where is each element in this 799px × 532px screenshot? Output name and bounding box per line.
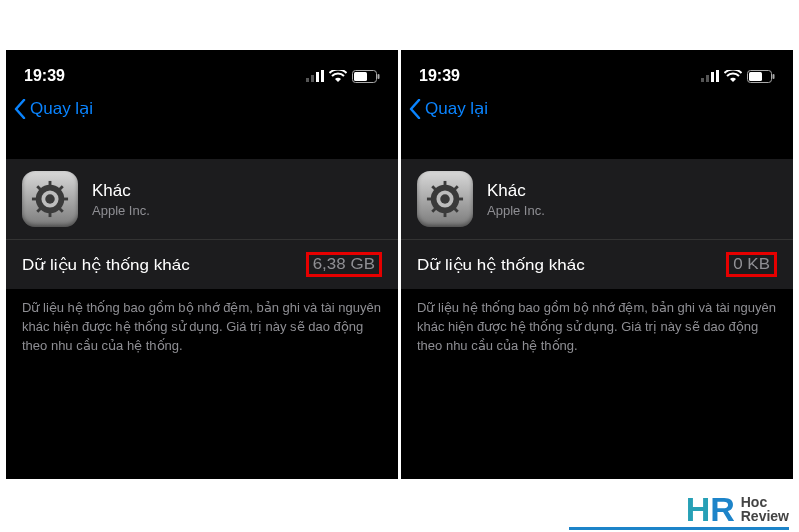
svg-rect-29	[457, 198, 463, 201]
system-data-label: Dữ liệu hệ thống khác	[417, 255, 585, 275]
app-header: Khác Apple Inc.	[401, 159, 793, 239]
watermark-underline	[569, 527, 789, 530]
svg-rect-6	[378, 74, 380, 79]
system-data-description: Dữ liệu hệ thống bao gồm bộ nhớ đệm, bản…	[6, 289, 398, 356]
cellular-signal-icon	[306, 70, 324, 82]
app-info: Khác Apple Inc.	[487, 181, 545, 218]
system-data-row[interactable]: Dữ liệu hệ thống khác 6,38 GB	[6, 239, 398, 289]
wifi-icon	[329, 70, 347, 82]
settings-app-icon	[417, 171, 473, 227]
svg-rect-0	[306, 78, 309, 82]
gear-icon	[426, 180, 464, 218]
back-button[interactable]: Quay lại	[6, 90, 398, 129]
cellular-signal-icon	[701, 70, 719, 82]
section-gap	[401, 129, 793, 159]
svg-rect-1	[311, 75, 314, 82]
chevron-left-icon	[14, 99, 26, 119]
status-icons	[701, 70, 775, 83]
wifi-icon	[724, 70, 742, 82]
status-time: 19:39	[24, 67, 65, 85]
comparison-frame: 19:39 Quay lại	[0, 0, 799, 532]
app-vendor: Apple Inc.	[487, 203, 545, 218]
phone-right: 19:39 Quay lại	[401, 50, 793, 479]
svg-rect-10	[32, 198, 38, 201]
back-label: Quay lại	[30, 98, 93, 119]
watermark-logo: HR Hoc Review	[686, 492, 789, 526]
app-info: Khác Apple Inc.	[92, 181, 150, 218]
app-vendor: Apple Inc.	[92, 203, 150, 218]
svg-rect-24	[773, 74, 775, 79]
back-label: Quay lại	[425, 98, 488, 119]
svg-rect-21	[716, 70, 719, 82]
svg-point-17	[45, 194, 55, 204]
system-data-value: 0 KB	[726, 252, 777, 277]
svg-rect-5	[354, 72, 367, 81]
settings-app-icon	[22, 171, 78, 227]
watermark-h: H	[686, 492, 711, 526]
app-header: Khác Apple Inc.	[6, 159, 398, 239]
gear-icon	[31, 180, 69, 218]
svg-rect-27	[444, 211, 447, 217]
section-gap	[6, 129, 398, 159]
svg-rect-20	[711, 72, 714, 82]
svg-rect-23	[749, 72, 762, 81]
phone-left: 19:39 Quay lại	[6, 50, 398, 479]
watermark-text-1: Hoc	[741, 495, 789, 509]
status-bar: 19:39	[6, 62, 398, 90]
svg-rect-8	[49, 181, 52, 187]
system-data-value: 6,38 GB	[306, 252, 382, 277]
watermark-text-2: Review	[741, 509, 789, 523]
app-name: Khác	[92, 181, 150, 201]
svg-rect-18	[701, 78, 704, 82]
svg-rect-9	[49, 211, 52, 217]
system-data-description: Dữ liệu hệ thống bao gồm bộ nhớ đệm, bản…	[401, 289, 793, 356]
svg-point-35	[440, 194, 450, 204]
svg-rect-3	[321, 70, 324, 82]
system-data-row[interactable]: Dữ liệu hệ thống khác 0 KB	[401, 239, 793, 289]
chevron-left-icon	[409, 99, 421, 119]
system-data-label: Dữ liệu hệ thống khác	[22, 255, 190, 275]
svg-rect-19	[706, 75, 709, 82]
status-time: 19:39	[419, 67, 460, 85]
status-icons	[306, 70, 380, 83]
svg-rect-11	[62, 198, 68, 201]
battery-icon	[352, 70, 380, 83]
app-name: Khác	[487, 181, 545, 201]
battery-icon	[747, 70, 775, 83]
status-bar: 19:39	[401, 62, 793, 90]
svg-rect-28	[427, 198, 433, 201]
watermark-r: R	[710, 492, 735, 526]
back-button[interactable]: Quay lại	[401, 90, 793, 129]
svg-rect-2	[316, 72, 319, 82]
svg-rect-26	[444, 181, 447, 187]
